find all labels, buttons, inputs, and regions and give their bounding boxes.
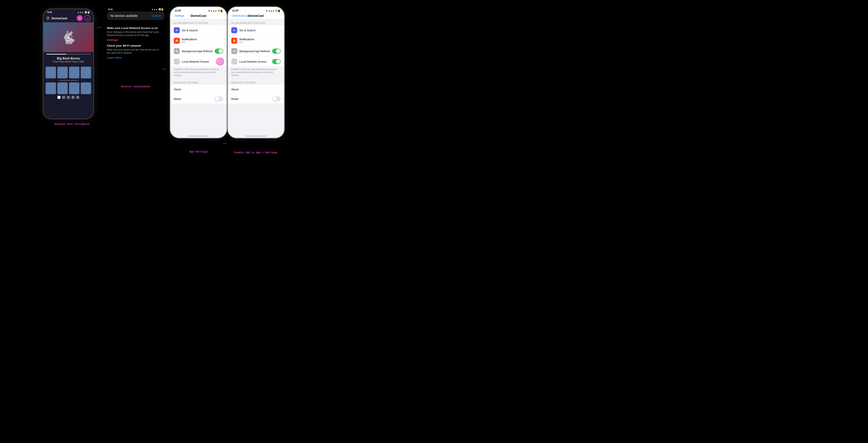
notifications-icon: 🔔 xyxy=(174,38,180,44)
section4: 11:57 ⬆ ▲▲▲ 📶 ▓ ‹ DemoCast app DemoCast … xyxy=(227,6,285,154)
settings1-lna-item[interactable]: Local Network Access xyxy=(170,57,226,67)
s2-reset-toggle[interactable] xyxy=(272,96,281,101)
cast-button[interactable]: ⊡ xyxy=(77,15,83,21)
content-card-5[interactable] xyxy=(45,83,56,94)
phone1-frame: 9:41 ▲▲▲ 📶 ▓ ☰ DemoCast ⊡ ◎ 🐇 ▶ xyxy=(43,8,94,119)
reset-toggle[interactable] xyxy=(215,96,223,101)
s2-siri-chevron-icon: › xyxy=(280,29,281,32)
section2-wifi-icon: 📶 xyxy=(158,8,161,11)
s1-battery-icon: ▓ xyxy=(221,9,222,12)
settings1-siri-item[interactable]: ✦ Siri & Search › xyxy=(170,25,226,36)
s2-about-label: About xyxy=(231,88,280,91)
arrow-settings-icon: → xyxy=(161,66,166,72)
s2-bgrefresh-toggle[interactable] xyxy=(272,49,281,54)
content-card-7[interactable] xyxy=(69,83,80,94)
settings2-about-item[interactable]: About › xyxy=(228,85,284,94)
settings1-time: 11:57 xyxy=(175,9,181,12)
s2-bgrefresh-label: Background App Refresh xyxy=(239,50,272,53)
pagination-dots xyxy=(45,96,91,100)
settings2-time: 11:57 xyxy=(232,9,239,12)
section2-statusbar: 9:41 ▲▲▲ 📶 ▓ xyxy=(105,6,166,11)
settings1-allow-header: ALLOW DEMOCAST TO ACCESS xyxy=(170,20,226,25)
reset-toggle-thumb xyxy=(215,97,219,101)
s2-notif-chevron-icon: › xyxy=(280,39,281,42)
lna-icon xyxy=(174,59,180,65)
s2-siri-right: › xyxy=(280,29,281,32)
settings2-reset-item[interactable]: Reset xyxy=(228,94,284,103)
settings1-nav: ‹ Settings DemoCast xyxy=(170,13,226,20)
settings1-back-label: Settings xyxy=(175,14,184,17)
settings2-back-button[interactable]: ‹ DemoCast app xyxy=(231,14,250,17)
label-section4: Enable LNA in App > Settings xyxy=(235,151,277,154)
notif-content: Notifications Off xyxy=(182,38,222,44)
section2-time: 9:41 xyxy=(108,8,113,11)
movie-subtitle: Peach Open Movie Project, 2008 xyxy=(46,61,90,63)
label-section3: App Settings xyxy=(189,150,208,153)
instruction2-block: Check your Wi-Fi network Make sure your … xyxy=(107,44,162,59)
settings-link[interactable]: Settings xyxy=(107,38,162,41)
reset-content: Reset xyxy=(174,97,215,100)
phone1-app-title: DemoCast xyxy=(52,17,77,20)
section1: 9:41 ▲▲▲ 📶 ▓ ☰ DemoCast ⊡ ◎ 🐇 ▶ xyxy=(43,6,101,126)
settings2-signal: ⬆ ▲▲▲ 📶 ▓ xyxy=(266,9,280,12)
settings1-signal: ⬆ ▲▲▲ 📶 ▓ xyxy=(208,9,222,12)
label-section2: Devices unavailable xyxy=(121,85,150,88)
wifi-icon: 📶 xyxy=(85,11,87,13)
s2-reset-right xyxy=(272,96,281,101)
section2-top: 9:41 ▲▲▲ 📶 ▓ No devices available Cancel… xyxy=(105,6,166,61)
content-card-4[interactable] xyxy=(81,67,91,78)
play-button[interactable]: ▶ xyxy=(64,33,72,41)
settings1-reset-item[interactable]: Reset xyxy=(170,94,226,103)
settings2-siri-item[interactable]: ✦ Siri & Search › xyxy=(228,25,284,36)
s2-siri-icon: ✦ xyxy=(231,27,237,33)
instruction-text-2: Make sure your device and the Cast devic… xyxy=(107,48,162,55)
dot-3 xyxy=(67,96,70,99)
s2-bgrefresh-icon: ⚙ xyxy=(231,48,237,54)
lna-right xyxy=(215,59,223,64)
section3: 11:57 ⬆ ▲▲▲ 📶 ▓ ‹ Settings DemoCast ALLO… xyxy=(170,6,227,153)
content-card-2[interactable] xyxy=(57,67,68,78)
about-content: About xyxy=(174,88,222,91)
s2-notif-sublabel: Off xyxy=(239,41,280,44)
s2-location-icon: ⬆ xyxy=(266,9,268,12)
dialog-cancel-button[interactable]: Cancel xyxy=(152,14,161,18)
lna-content: Local Network Access xyxy=(182,60,215,63)
content-card-8[interactable] xyxy=(81,83,91,94)
settings1-back-button[interactable]: ‹ Settings xyxy=(174,14,184,17)
settings2-allow-header: ALLOW DEMOCAST TO ACCESS xyxy=(228,20,284,25)
siri-chevron-icon: › xyxy=(222,29,223,32)
settings1-democast-list: About › Reset xyxy=(170,85,226,103)
dot-1 xyxy=(58,96,60,99)
settings2-democast-list: About › Reset xyxy=(228,85,284,103)
settings1-statusbar: 11:57 ⬆ ▲▲▲ 📶 ▓ xyxy=(170,7,226,13)
content-card-1[interactable] xyxy=(45,67,56,78)
phone1-status-bar: 9:41 ▲▲▲ 📶 ▓ xyxy=(43,9,93,14)
s2-bgrefresh-toggle-thumb xyxy=(276,49,280,53)
settings2-notifications-item[interactable]: 🔔 Notifications Off › xyxy=(228,36,284,46)
settings2-lna-description: Enabled to allow this app permission to … xyxy=(228,67,284,79)
content-row-2 xyxy=(45,83,91,94)
content-card-3[interactable] xyxy=(69,67,80,78)
section2-battery-icon: ▓ xyxy=(162,8,163,11)
learn-more-link[interactable]: Learn more xyxy=(107,56,162,59)
bgrefresh-toggle-thumb xyxy=(218,49,223,53)
bgrefresh-toggle[interactable] xyxy=(215,49,223,54)
no-devices-dialog: No devices available Cancel xyxy=(107,11,164,20)
s2-reset-toggle-thumb xyxy=(273,97,277,101)
s2-bars-icon: ▲▲▲ xyxy=(268,9,275,12)
profile-button[interactable]: ◎ xyxy=(84,15,90,21)
dot-4 xyxy=(71,96,74,99)
settings2-lna-item[interactable]: Local Network Access xyxy=(228,57,284,67)
s2-lna-toggle[interactable] xyxy=(272,59,281,64)
settings2-bgrefresh-item[interactable]: ⚙ Background App Refresh xyxy=(228,46,284,57)
settings1-about-item[interactable]: About › xyxy=(170,85,226,94)
reset-label: Reset xyxy=(174,97,215,100)
settings1-bgrefresh-item[interactable]: ⚙ Background App Refresh xyxy=(170,46,226,57)
content-card-6[interactable] xyxy=(57,83,68,94)
section2: 9:41 ▲▲▲ 📶 ▓ No devices available Cancel… xyxy=(101,6,170,88)
menu-icon[interactable]: ☰ xyxy=(46,16,50,20)
settings1-notifications-item[interactable]: 🔔 Notifications Off › xyxy=(170,36,226,46)
bgrefresh-icon: ⚙ xyxy=(174,48,180,54)
progress-bar xyxy=(46,54,90,55)
s2-lna-icon xyxy=(231,59,237,65)
